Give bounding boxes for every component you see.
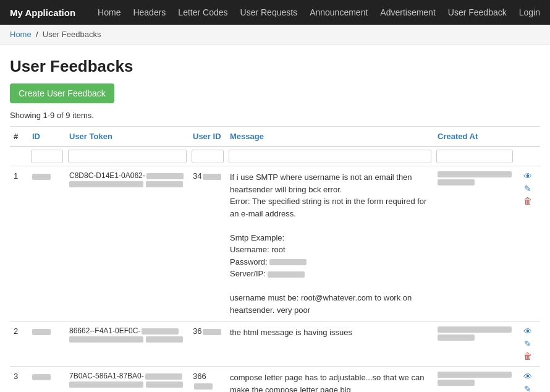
cell-actions: 👁 ✎ 🗑 (515, 322, 540, 367)
filter-token-input[interactable] (68, 150, 187, 163)
page-title: User Feedbacks (10, 57, 540, 76)
token-sub-blur2 (146, 181, 183, 187)
cell-userid: 34 (189, 166, 226, 322)
delete-icon[interactable]: 🗑 (523, 351, 532, 361)
col-header-actions (515, 127, 540, 147)
nav-user-requests[interactable]: User Requests (240, 7, 298, 17)
nav-headers[interactable]: Headers (133, 7, 166, 17)
table-filter-row (10, 147, 540, 166)
col-header-userid[interactable]: User ID (189, 127, 226, 147)
filter-token[interactable] (66, 147, 189, 166)
main-content: User Feedbacks Create User Feedback Show… (0, 45, 550, 392)
table-row: 2 86662--F4A1-0EF0C- 36the html message … (10, 322, 540, 367)
message-text: the html message is having issues (230, 328, 352, 337)
nav-advertisement[interactable]: Advertisement (380, 7, 435, 17)
nav-letter-codes[interactable]: Letter Codes (178, 7, 227, 17)
id-blur (32, 374, 51, 380)
nav-home[interactable]: Home (98, 7, 121, 17)
message-text: Password: (230, 257, 307, 266)
col-header-id[interactable]: ID (28, 127, 66, 147)
token-main-blur (146, 173, 184, 179)
token-sub-blur2 (146, 336, 183, 343)
filter-id[interactable] (28, 147, 66, 166)
id-blur (32, 329, 51, 335)
message-text: Error: The specified string is not in th… (230, 197, 426, 218)
filter-message[interactable] (226, 147, 434, 166)
token-sub-blur2 (146, 381, 183, 388)
filter-userid[interactable] (189, 147, 226, 166)
col-header-token[interactable]: User Token (66, 127, 189, 147)
cell-id (28, 322, 66, 367)
filter-message-input[interactable] (229, 150, 431, 163)
filter-actions (515, 147, 540, 166)
cell-userid: 366 (189, 367, 226, 393)
token-sub-blur (69, 381, 143, 388)
id-blur (32, 174, 51, 180)
userid-blur (194, 383, 213, 390)
createdat-blur2 (438, 179, 475, 185)
edit-icon[interactable]: ✎ (524, 184, 531, 194)
filter-createdat[interactable] (434, 147, 515, 166)
cell-num: 3 (10, 367, 28, 393)
userid-blur (203, 329, 221, 335)
cell-token: C8D8C-D14E1-0A062- (66, 166, 189, 322)
cell-actions: 👁 ✎ 🗑 (515, 166, 540, 322)
cell-num: 2 (10, 322, 28, 367)
createdat-blur1 (438, 326, 512, 333)
nav-announcement[interactable]: Announcement (310, 7, 368, 17)
token-sub-blur (69, 336, 143, 343)
table-header-row: # ID User Token User ID Message Created … (10, 127, 540, 147)
cell-createdat (434, 367, 515, 393)
nav-login[interactable]: Login (519, 7, 540, 17)
edit-icon[interactable]: ✎ (524, 384, 531, 392)
nav-menu: Home Headers Letter Codes User Requests … (98, 7, 540, 17)
breadcrumb-home[interactable]: Home (10, 30, 32, 39)
password-blur (268, 271, 305, 278)
password-blur (269, 259, 307, 265)
cell-token: 7B0AC-586A1-87BA0- (66, 367, 189, 393)
token-main: C8D8C-D14E1-0A062- (69, 171, 185, 180)
cell-message: compose letter page has to adjustable...… (226, 367, 434, 393)
app-title: My Application (10, 7, 75, 18)
cell-userid: 36 (189, 322, 226, 367)
view-icon[interactable]: 👁 (523, 372, 532, 381)
userid-blur (203, 174, 221, 180)
col-header-createdat[interactable]: Created At (434, 127, 515, 147)
token-main: 7B0AC-586A1-87BA0- (69, 372, 185, 380)
filter-userid-input[interactable] (192, 150, 224, 163)
cell-num: 1 (10, 166, 28, 322)
view-icon[interactable]: 👁 (523, 326, 532, 336)
create-user-feedback-button[interactable]: Create User Feedback (10, 83, 114, 103)
view-icon[interactable]: 👁 (523, 171, 532, 181)
table-row: 1 C8D8C-D14E1-0A062- 34If i use SMTP whe… (10, 166, 540, 322)
col-header-hash: # (10, 127, 28, 147)
filter-hash (10, 147, 28, 166)
navbar: My Application Home Headers Letter Codes… (0, 0, 550, 25)
token-main: 86662--F4A1-0EF0C- (69, 326, 185, 335)
table-row: 3 7B0AC-586A1-87BA0- 366compose letter p… (10, 367, 540, 393)
createdat-blur1 (438, 372, 512, 378)
cell-createdat (434, 322, 515, 367)
message-text: Username: root (230, 245, 286, 254)
token-main-blur (145, 373, 182, 380)
table-body: 1 C8D8C-D14E1-0A062- 34If i use SMTP whe… (10, 166, 540, 393)
cell-message: the html message is having issues (226, 322, 434, 367)
filter-id-input[interactable] (31, 150, 63, 163)
createdat-blur2 (438, 380, 475, 386)
message-text: Server/IP: (230, 269, 305, 278)
cell-id (28, 166, 66, 322)
breadcrumb-current: User Feedbacks (43, 30, 101, 39)
edit-icon[interactable]: ✎ (524, 339, 531, 349)
message-text: If i use SMTP where username is not an e… (230, 173, 412, 194)
col-header-message[interactable]: Message (226, 127, 434, 147)
feedbacks-table: # ID User Token User ID Message Created … (10, 126, 540, 392)
token-sub-blur (69, 181, 143, 187)
filter-createdat-input[interactable] (436, 150, 513, 163)
nav-user-feedback[interactable]: User Feedback (448, 7, 507, 17)
breadcrumb: Home / User Feedbacks (0, 25, 550, 45)
showing-text: Showing 1-9 of 9 items. (10, 111, 540, 120)
createdat-blur2 (438, 334, 475, 341)
delete-icon[interactable]: 🗑 (523, 196, 532, 206)
cell-token: 86662--F4A1-0EF0C- (66, 322, 189, 367)
createdat-blur1 (438, 171, 512, 177)
